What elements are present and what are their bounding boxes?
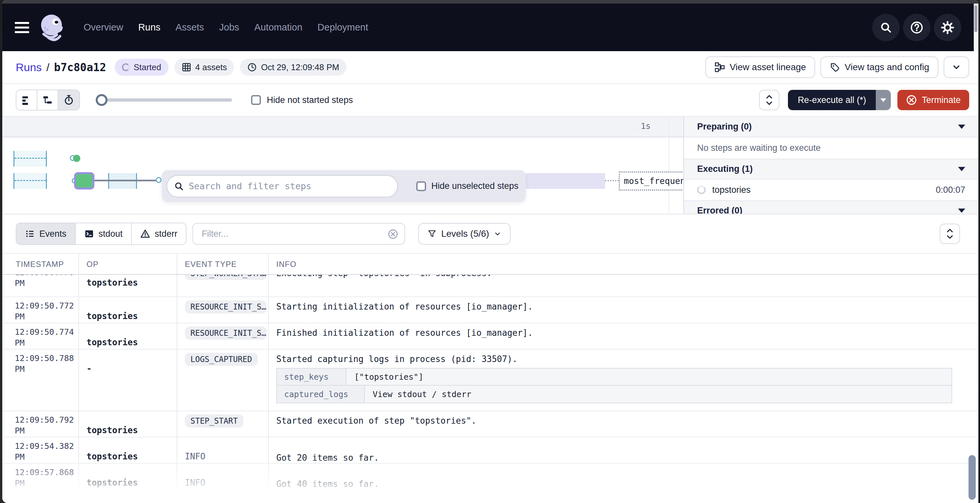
hide-not-started-checkbox[interactable] [251,95,261,105]
panel-section-title: Errored (0) [697,205,742,214]
help-icon[interactable] [903,14,931,41]
time-tick-label: 1s [641,121,651,131]
event-type-badge: RESOURCE_INIT_S… [185,300,267,314]
nav-item-overview[interactable]: Overview [84,22,123,33]
nav-item-deployment[interactable]: Deployment [318,22,368,33]
tab-stderr[interactable]: stderr [132,223,186,244]
gantt-gridline [669,117,669,214]
gantt-step-not-started-2[interactable] [13,173,47,189]
hide-not-started-checkbox-row[interactable]: Hide not started steps [251,95,353,105]
status-spinner-icon [122,63,130,71]
log-filter-input[interactable] [192,223,405,245]
view-mode-waterfall-icon[interactable] [37,90,58,110]
gantt-toolbar: Hide not started steps Re-execute all (*… [2,84,978,117]
log-row[interactable]: 12:09:50.772PM topstories RESOURCE_INIT_… [2,297,978,323]
zoom-slider-knob[interactable] [96,94,108,106]
panel-section-errored[interactable]: Errored (0) [684,201,978,214]
triangle-down-icon [958,124,965,129]
desktop-background: Overview Runs Assets Jobs Automation Dep… [0,0,980,503]
gantt-step-dot[interactable] [73,155,80,162]
event-list-icon [25,229,35,239]
event-type-badge: STEP_WORKER_STA… [185,275,267,280]
log-row[interactable]: 12:09:50.792PM topstories STEP_START Sta… [2,411,978,438]
tab-events[interactable]: Events [16,223,76,244]
metadata-row: step_keys ["topstories"] [277,369,951,385]
hide-not-started-label: Hide not started steps [267,95,353,105]
nav-item-jobs[interactable]: Jobs [219,22,239,33]
dagster-logo[interactable] [37,13,67,43]
step-spinner-icon [697,186,706,194]
gantt-step-running-selected[interactable] [74,172,94,189]
hide-unselected-checkbox[interactable] [416,181,426,191]
log-row[interactable]: 12:09:50.774PM topstories RESOURCE_INIT_… [2,323,978,350]
grid-icon [181,62,191,72]
search-icon[interactable] [872,14,900,41]
panel-section-preparing[interactable]: Preparing (0) [684,117,978,137]
zoom-slider[interactable] [96,94,232,106]
app-window: Overview Runs Assets Jobs Automation Dep… [2,0,978,503]
view-tags-config-button[interactable]: View tags and config [820,56,939,78]
log-row[interactable]: 12:09:50.788PM - LOGS_CAPTURED Started c… [2,350,978,411]
gantt-step-most-frequent[interactable]: most_frequent [619,172,683,191]
captured-logs-link[interactable]: View stdout / stderr [365,385,951,403]
levels-dropdown[interactable]: Levels (5/6) [418,223,511,245]
primary-nav: Overview Runs Assets Jobs Automation Dep… [84,22,368,33]
chevron-down-icon [951,62,961,72]
column-header-op: OP [86,260,99,269]
reexecute-dropdown-arrow[interactable] [876,90,891,110]
run-visualization-area: 1s most_frequent [2,117,978,214]
hamburger-menu-icon[interactable] [15,22,29,33]
breadcrumb-runs-link[interactable]: Runs [16,61,41,74]
metadata-key: step_keys [277,369,347,385]
clear-filter-icon[interactable] [387,229,399,240]
panel-preparing-empty-text: No steps are waiting to execute [684,137,978,159]
window-title-strip [2,0,978,3]
log-tabs-row: Events stdout stderr [2,215,978,253]
expand-logs-button[interactable] [940,224,960,244]
step-search-input[interactable] [167,175,398,197]
top-navbar: Overview Runs Assets Jobs Automation Dep… [2,3,978,51]
gantt-step-not-started-1[interactable] [13,151,47,167]
log-info-text: Started capturing logs in process (pid: … [276,354,972,364]
terminate-button[interactable]: Terminate [897,90,969,110]
view-asset-lineage-button[interactable]: View asset lineage [705,56,815,78]
log-table-body: 12:09:50.770PM topstories STEP_WORKER_ST… [2,275,978,503]
run-actions-chevron-button[interactable] [943,56,969,78]
hide-unselected-label: Hide unselected steps [431,181,519,191]
expand-gantt-button[interactable] [759,90,780,110]
asset-count-badge[interactable]: 4 assets [174,59,234,76]
step-filter-panel: Hide unselected steps [162,170,526,202]
view-mode-flat-icon[interactable] [16,90,37,110]
chevron-down-icon [493,230,501,238]
run-id: b7c80a12 [54,61,106,74]
reexecute-all-button[interactable]: Re-execute all (*) [788,90,876,110]
nav-item-assets[interactable]: Assets [176,22,204,33]
terminal-icon [84,229,94,239]
view-mode-timed-icon[interactable] [58,90,79,110]
event-type-badge: RESOURCE_INIT_S… [185,326,267,340]
panel-section-executing[interactable]: Executing (1) [684,159,978,179]
breadcrumb-separator: / [46,61,49,74]
executing-step-row[interactable]: topstories 0:00:07 [684,179,978,201]
search-icon [174,181,184,191]
gantt-step-label: most_frequent [624,176,683,186]
log-row[interactable]: 12:09:57.868PM topstories INFO Got 40 it… [2,464,978,503]
zoom-slider-track[interactable] [96,99,232,102]
tag-icon [830,62,840,72]
hide-unselected-checkbox-row[interactable]: Hide unselected steps [416,181,519,191]
caret-down-icon [880,99,886,102]
up-down-chevrons-icon [765,94,774,105]
panel-section-title: Preparing (0) [697,122,752,132]
nav-item-runs[interactable]: Runs [138,22,161,33]
status-badge: Started [115,59,169,76]
window-scrollbar-thumb[interactable] [974,5,977,32]
step-status-panel: Preparing (0) No steps are waiting to ex… [683,117,978,214]
nav-item-automation[interactable]: Automation [255,22,302,33]
gear-icon[interactable] [934,14,961,41]
lineage-icon [714,62,725,72]
log-scrollbar-thumb[interactable] [969,455,976,500]
log-row[interactable]: 12:09:50.770PM topstories STEP_WORKER_ST… [2,275,978,297]
log-row[interactable]: 12:09:54.382PM topstories INFO Got 20 it… [2,438,978,464]
start-time-badge: Oct 29, 12:09:48 PM [240,59,346,76]
tab-stdout[interactable]: stdout [76,223,132,244]
